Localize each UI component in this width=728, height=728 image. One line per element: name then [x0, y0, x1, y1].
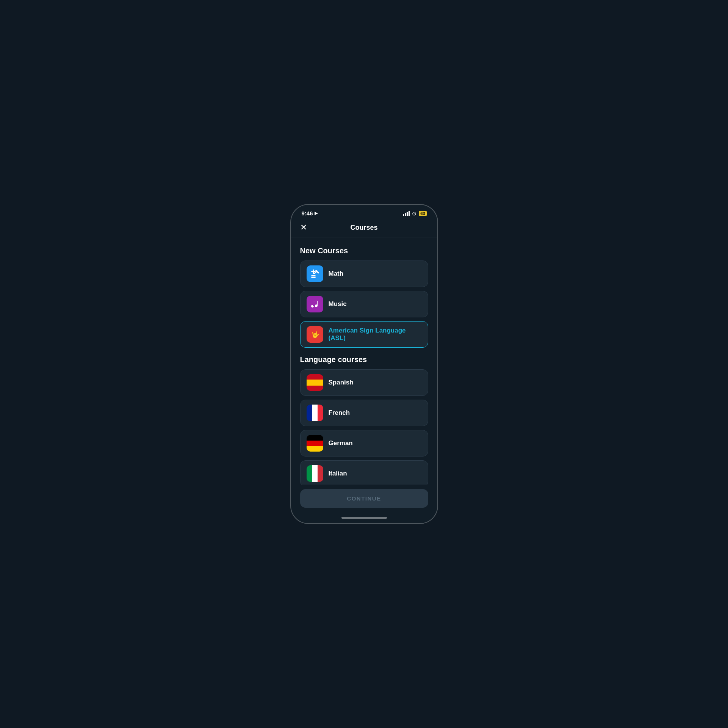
course-item-italian[interactable]: Italian: [300, 460, 428, 485]
home-indicator: [291, 514, 437, 523]
course-label-spanish: Spanish: [329, 379, 354, 386]
header: ✕ Courses: [291, 220, 437, 237]
music-icon: [307, 296, 323, 312]
battery-badge: 63: [419, 211, 426, 216]
status-icons: ⊙ 63: [403, 210, 426, 217]
page-title: Courses: [350, 224, 377, 232]
phone-frame: 9:46 ▶ ⊙ 63 ✕ Courses New Courses: [290, 204, 438, 524]
course-item-music[interactable]: Music: [300, 291, 428, 317]
continue-button[interactable]: CONTINUE: [300, 489, 428, 508]
close-button[interactable]: ✕: [300, 223, 307, 232]
home-bar: [341, 517, 387, 519]
spanish-flag-icon: [307, 374, 323, 391]
german-flag-icon: [307, 435, 323, 452]
italian-flag-icon: [307, 465, 323, 482]
math-icon: [307, 265, 323, 282]
french-flag-icon: [307, 405, 323, 421]
signal-icon: [403, 211, 410, 216]
course-label-asl: American Sign Language (ASL): [329, 327, 422, 342]
course-label-french: French: [329, 409, 350, 417]
time-display: 9:46: [302, 210, 313, 217]
course-label-music: Music: [329, 300, 347, 308]
continue-area: CONTINUE: [291, 485, 437, 514]
course-label-italian: Italian: [329, 470, 347, 477]
wifi-icon: ⊙: [412, 210, 416, 217]
svg-text:🤟: 🤟: [311, 330, 320, 339]
course-item-asl[interactable]: 🤟 American Sign Language (ASL): [300, 321, 428, 348]
new-courses-section-title: New Courses: [300, 246, 428, 255]
svg-rect-1: [313, 270, 314, 274]
asl-icon: 🤟: [307, 326, 323, 343]
status-time: 9:46 ▶: [302, 210, 318, 217]
course-item-french[interactable]: French: [300, 400, 428, 426]
location-arrow-icon: ▶: [315, 211, 318, 216]
status-bar: 9:46 ▶ ⊙ 63: [291, 205, 437, 220]
course-label-german: German: [329, 439, 353, 447]
course-item-math[interactable]: Math: [300, 260, 428, 287]
language-courses-section-title: Language courses: [300, 355, 428, 364]
content-area: New Courses Math Mus: [291, 237, 437, 485]
svg-rect-2: [311, 275, 316, 276]
course-item-spanish[interactable]: Spanish: [300, 369, 428, 396]
course-label-math: Math: [329, 270, 344, 278]
svg-rect-3: [311, 277, 316, 278]
course-item-german[interactable]: German: [300, 430, 428, 457]
close-icon: ✕: [300, 223, 307, 232]
